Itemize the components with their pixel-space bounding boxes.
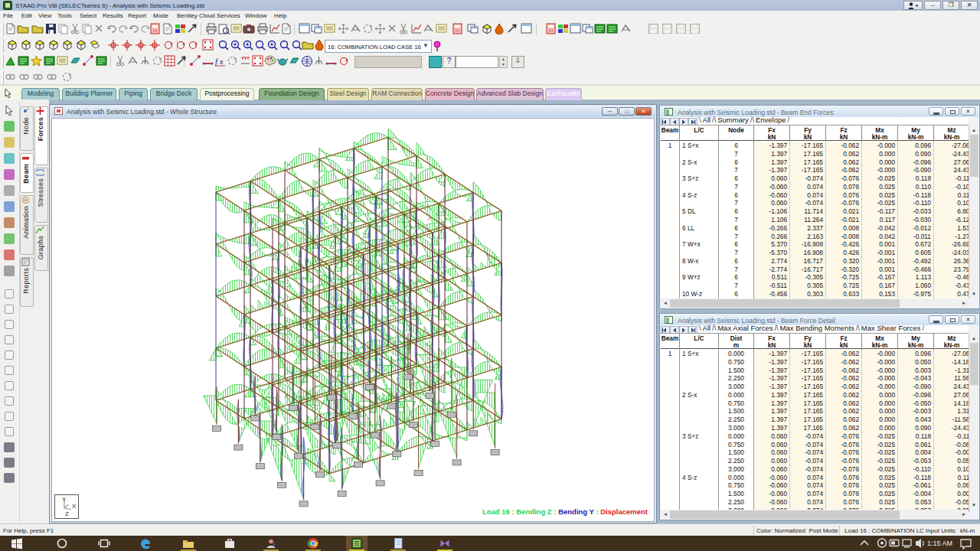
svg-text:x: x: [220, 58, 224, 66]
svg-text:Y: Y: [62, 496, 67, 503]
svg-text:X: X: [72, 503, 77, 510]
svg-text:f: f: [215, 57, 219, 66]
svg-text:Z: Z: [65, 510, 69, 517]
